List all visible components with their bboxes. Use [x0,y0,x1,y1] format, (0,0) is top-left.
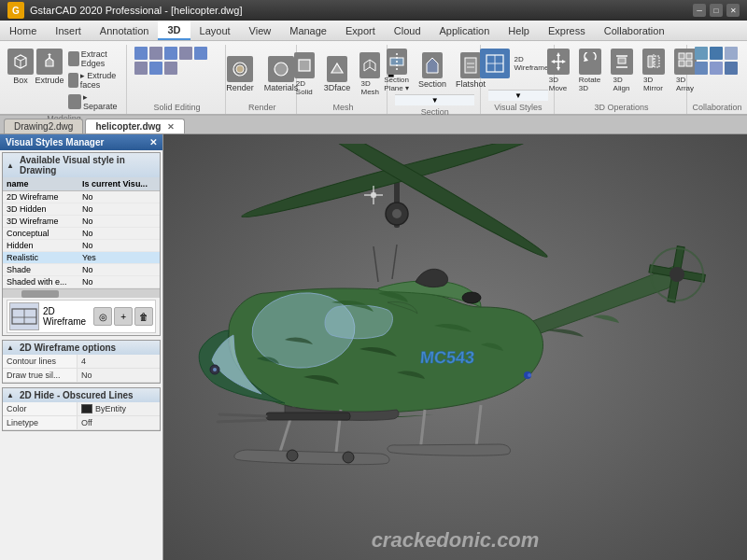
close-button[interactable]: ✕ [726,4,740,17]
scrollbar-thumb[interactable] [21,290,59,298]
svg-rect-28 [618,58,626,63]
wireframe-options-section: ▲ 2D Wireframe options Contour lines 4 D… [2,340,161,384]
3dalign-button[interactable]: 3DAlign [607,47,637,94]
3dface-button[interactable]: 3Dface [320,54,355,94]
collab-icon-6 [725,62,738,75]
table-row[interactable]: 2D Wireframe No [3,191,160,203]
svg-rect-53 [266,413,350,420]
3dmove-icon [547,49,570,75]
collab-icon-3 [725,47,738,60]
menu-help[interactable]: Help [499,21,539,40]
box-button[interactable]: Box [7,47,34,87]
menu-collaboration[interactable]: Collaboration [595,21,674,40]
selected-style-display: 2D Wireframe ◎ + 🗑 [7,300,156,333]
2dsolid-button[interactable]: 2DSolid [290,50,318,98]
menu-bar: Home Insert Annotation 3D Layout View Ma… [0,21,747,41]
color-value: ByEntity [78,402,160,415]
extrude-button[interactable]: Extrude [36,47,63,87]
3dalign-label: 3DAlign [613,76,630,92]
visual-styles-panel: Visual Styles Manager ✕ ▲ Available Visu… [0,134,163,560]
3dface-icon [327,56,347,82]
3dmove-button[interactable]: 3DMove [543,47,573,94]
delete-style-button[interactable]: 🗑 [134,307,153,326]
hide-section-title: 2D Hide - Obscured Lines [20,390,134,400]
menu-layout[interactable]: Layout [190,21,240,40]
menu-annotation[interactable]: Annotation [91,21,159,40]
menu-view[interactable]: View [240,21,281,40]
separate-button[interactable]: ▸ Separate [65,91,122,112]
3dmirror-button[interactable]: 3DMirror [639,47,669,94]
mesh-label: Mesh [332,103,353,112]
horizontal-scrollbar[interactable] [3,288,160,298]
doc-tab-drawing2[interactable]: Drawing2.dwg [4,119,83,133]
draw-true-label: Draw true sil... [3,369,78,382]
ribbon-group-render: Render Materials Render [228,45,297,114]
menu-export[interactable]: Export [336,21,385,40]
3dalign-icon [611,49,633,75]
visual-styles-label: Visual Styles [494,103,542,112]
menu-application[interactable]: Application [430,21,500,40]
crosshair [364,186,383,204]
title-bar-left: G GstarCAD 2020 Professional - [helicopt… [7,2,242,19]
panel-title-text: Visual Styles Manager [6,137,104,147]
table-row[interactable]: 3D Hidden No [3,203,160,216]
title-bar-controls[interactable]: ─ □ ✕ [693,4,740,17]
ribbon: Box Extrude Extract Edges ▸ Extrude [0,41,747,116]
table-row[interactable]: Shaded with e... No [3,276,160,288]
section-plane-button[interactable]: SectionPlane ▾ [380,47,413,94]
extrude-faces-button[interactable]: ▸ Extrude faces [65,70,122,91]
table-row[interactable]: Hidden No [3,240,160,252]
available-styles-title: Available Visual style in Drawing [20,155,156,175]
table-row[interactable]: Realistic Yes [3,252,160,264]
box-label: Box [13,76,28,85]
minimize-button[interactable]: ─ [693,4,706,17]
wireframe-options-title: 2D Wireframe options [20,343,116,353]
ribbon-group-mesh: 2DSolid 3Dface 3DMesh ◼ Mesh [299,45,388,114]
extract-edges-button[interactable]: Extract Edges [65,49,122,69]
svg-marker-6 [48,53,51,55]
menu-home[interactable]: Home [0,21,46,40]
color-swatch [81,404,92,413]
svg-marker-23 [557,67,560,71]
add-style-button[interactable]: + [114,307,133,326]
doc-tab-helicopter[interactable]: helicopter.dwg ✕ [85,119,185,133]
ribbon-group-section: SectionPlane ▾ Section Flatshot ▼ Sectio… [389,45,480,114]
styles-table: name Is current Visu... 2D Wireframe No … [3,177,160,288]
style-current: No [78,264,160,276]
extract-edges-icon [68,51,79,66]
collapse-arrow-2: ▲ [7,343,14,352]
menu-cloud[interactable]: Cloud [385,21,430,40]
render-button[interactable]: Render [222,54,258,94]
collapse-arrow-3: ▲ [7,391,14,399]
draw-true-value: No [78,369,160,382]
linetype-row: Linetype Off [3,416,160,430]
render-label-group: Render [248,103,276,112]
linetype-value: Off [78,416,160,429]
menu-3d[interactable]: 3D [158,21,190,40]
draw-true-silhouettes-row: Draw true sil... No [3,369,160,383]
section-button[interactable]: Section [415,50,450,91]
extract-edges-label: Extract Edges [81,49,120,68]
available-styles-section: ▲ Available Visual style in Drawing name… [2,152,161,336]
hide-section-header: ▲ 2D Hide - Obscured Lines [3,388,160,402]
section-expand: ▼ [395,94,473,105]
svg-marker-11 [331,63,343,73]
table-row[interactable]: 3D Wireframe No [3,216,160,228]
menu-insert[interactable]: Insert [46,21,91,40]
menu-manage[interactable]: Manage [280,21,336,40]
menu-express[interactable]: Express [539,21,595,40]
rotate3d-button[interactable]: Rotate3D [575,47,605,94]
separate-label: ▸ Separate [83,92,120,111]
collab-icon-1 [695,47,708,60]
panel-close-icon[interactable]: ✕ [149,137,157,147]
apply-style-button[interactable]: ◎ [93,307,112,326]
2dsolid-icon [294,52,315,78]
style-current: Yes [78,252,160,264]
collapse-arrow: ▲ [7,161,14,170]
table-row[interactable]: Shade No [3,264,160,276]
table-row[interactable]: Conceptual No [3,228,160,240]
style-current: No [78,276,160,288]
close-tab-icon[interactable]: ✕ [167,122,175,132]
svg-line-54 [219,414,266,416]
maximize-button[interactable]: □ [710,4,723,17]
